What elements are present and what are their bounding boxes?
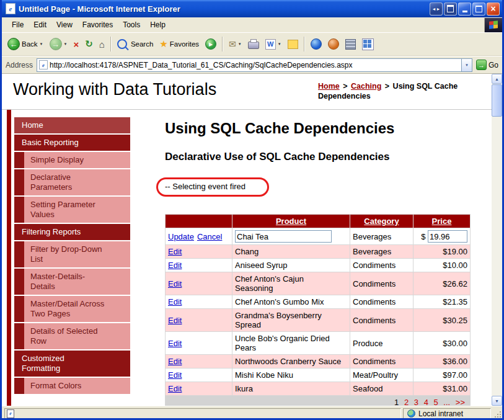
- layout-button[interactable]: [359, 37, 377, 51]
- pager-link-2[interactable]: 2: [404, 398, 409, 406]
- category-cell: Beverages: [350, 228, 413, 245]
- go-button[interactable]: → Go: [476, 60, 498, 70]
- grid-header-price-cell: Price: [413, 215, 471, 228]
- back-dropdown-icon[interactable]: ▼: [40, 42, 43, 46]
- edit-link[interactable]: Edit: [168, 261, 182, 270]
- cancel-link[interactable]: Cancel: [197, 232, 222, 241]
- pager-link-5[interactable]: 5: [433, 398, 438, 406]
- edit-link[interactable]: Edit: [168, 316, 182, 325]
- edit-link[interactable]: Edit: [168, 279, 182, 288]
- edit-link[interactable]: Edit: [168, 339, 182, 348]
- sidebar-item-format-colors[interactable]: Format Colors: [24, 378, 130, 394]
- discuss-button[interactable]: [285, 38, 301, 50]
- titlebar-arrows-button[interactable]: ◄►: [430, 2, 443, 16]
- minimize-button[interactable]: [458, 2, 471, 16]
- menu-favorites[interactable]: Favorites: [77, 19, 118, 31]
- edit-link[interactable]: Edit: [168, 357, 182, 366]
- back-button[interactable]: ← Back ▼: [4, 37, 46, 51]
- sidebar-item-filtering-reports[interactable]: Filtering Reports: [14, 224, 130, 240]
- sidebar-item-setting-parameter-values[interactable]: Setting Parameter Values: [24, 197, 130, 223]
- titlebar[interactable]: e Untitled Page - Microsoft Internet Exp…: [2, 0, 502, 17]
- print-button[interactable]: [245, 38, 262, 50]
- scroll-thumb[interactable]: [492, 84, 502, 117]
- currency-symbol: $: [421, 232, 425, 241]
- home-button[interactable]: ⌂: [96, 38, 108, 51]
- sidebar-item-filter-by-dropdown-list[interactable]: Filter by Drop-Down List: [24, 241, 130, 267]
- update-link[interactable]: Update: [168, 232, 194, 241]
- breadcrumb-caching-link[interactable]: Caching: [351, 82, 381, 91]
- grid-icon: [362, 38, 374, 50]
- grid-header-product-cell: Product: [232, 215, 350, 228]
- edit-actions-cell: UpdateCancel: [166, 228, 232, 245]
- pager-link-3[interactable]: 3: [414, 398, 418, 406]
- close-button[interactable]: ×: [487, 2, 500, 16]
- forward-dropdown-icon[interactable]: ▼: [64, 42, 68, 46]
- edit-link[interactable]: Edit: [168, 384, 182, 393]
- mail-button[interactable]: ✉ ▼: [226, 38, 245, 50]
- product-row: Edit Chef Anton's Gumbo Mix Condiments $…: [166, 295, 471, 309]
- breadcrumb-home-link[interactable]: Home: [318, 82, 340, 91]
- sidebar-item-simple-display[interactable]: Simple Display: [24, 152, 130, 168]
- mail-dropdown-icon[interactable]: ▼: [238, 42, 242, 46]
- address-input[interactable]: [50, 61, 461, 69]
- nav-indent: [14, 323, 24, 349]
- address-dropdown-button[interactable]: ▼: [461, 59, 472, 71]
- edit-link[interactable]: Edit: [168, 370, 182, 380]
- back-icon: ←: [7, 38, 20, 50]
- pager-link-ellipsis[interactable]: ...: [443, 398, 450, 406]
- resize-grip[interactable]: [493, 409, 501, 418]
- product-row: Edit Ikura Seafood $31.00: [166, 382, 471, 396]
- grid-pager-row: 1 2 3 4 5 ... >>: [166, 396, 471, 406]
- refresh-button[interactable]: ↻: [82, 37, 96, 51]
- research-button[interactable]: [325, 37, 342, 51]
- restore-button[interactable]: [472, 2, 485, 16]
- sidebar-item-basic-reporting[interactable]: Basic Reporting: [14, 135, 130, 151]
- favorites-icon: ★: [159, 38, 167, 50]
- price-edit-input[interactable]: [428, 230, 467, 243]
- grid-header-product[interactable]: Product: [276, 217, 306, 226]
- sidebar-item-customized-formatting[interactable]: Customized Formatting: [14, 351, 130, 377]
- menu-help[interactable]: Help: [145, 19, 170, 31]
- grid-header-category[interactable]: Category: [364, 217, 399, 226]
- building-button[interactable]: [342, 38, 359, 51]
- stop-button[interactable]: ×: [70, 38, 82, 51]
- building-icon: [345, 39, 356, 50]
- refresh-icon: ↻: [85, 38, 93, 50]
- messenger-button[interactable]: [307, 37, 325, 51]
- edit-cell: Edit: [166, 272, 232, 295]
- pager-link-next[interactable]: >>: [456, 398, 465, 406]
- product-cell: Ikura: [232, 382, 350, 396]
- search-button[interactable]: Search: [114, 38, 156, 50]
- browser-window: e Untitled Page - Microsoft Internet Exp…: [0, 0, 504, 420]
- sidebar-item-declarative-parameters[interactable]: Declarative Parameters: [24, 169, 130, 195]
- edit-cell: Edit: [166, 332, 232, 355]
- edit-link[interactable]: Edit: [168, 247, 182, 256]
- sidebar-item-home[interactable]: Home: [14, 117, 130, 133]
- vertical-scrollbar[interactable]: ▲ ▼: [492, 74, 502, 406]
- forward-button[interactable]: → ▼: [46, 37, 71, 51]
- media-button[interactable]: ▶: [202, 37, 219, 51]
- edit-link[interactable]: Edit: [168, 297, 182, 306]
- page-icon: e: [39, 60, 48, 69]
- product-cell: Chang: [232, 245, 350, 259]
- menu-edit[interactable]: Edit: [29, 19, 51, 31]
- sidebar-item-master-detail-across-two-pages[interactable]: Master/Detail Across Two Pages: [24, 296, 130, 322]
- favorites-button[interactable]: ★ Favorites: [156, 37, 202, 51]
- edit-button[interactable]: W ▼: [262, 38, 285, 51]
- grid-header-price[interactable]: Price: [432, 217, 452, 226]
- menu-view[interactable]: View: [51, 19, 77, 31]
- product-edit-input[interactable]: [235, 230, 332, 243]
- edit-dropdown-icon[interactable]: ▼: [278, 42, 281, 46]
- menu-file[interactable]: File: [7, 19, 29, 31]
- forward-icon: →: [50, 38, 62, 50]
- scroll-up-button[interactable]: ▲: [492, 74, 502, 84]
- menu-tools[interactable]: Tools: [118, 19, 145, 31]
- main-content: Using SQL Cache Dependencies Declarative…: [165, 110, 471, 406]
- scroll-down-button[interactable]: ▼: [492, 396, 502, 406]
- sidebar-item-details-of-selected-row[interactable]: Details of Selected Row: [24, 323, 130, 349]
- pager-link-4[interactable]: 4: [424, 398, 428, 406]
- sidebar-item-master-details-details[interactable]: Master-Details-Details: [24, 269, 130, 295]
- titlebar-window-button[interactable]: [444, 2, 457, 16]
- window-controls: ◄► ×: [428, 2, 500, 16]
- search-icon: [117, 39, 127, 49]
